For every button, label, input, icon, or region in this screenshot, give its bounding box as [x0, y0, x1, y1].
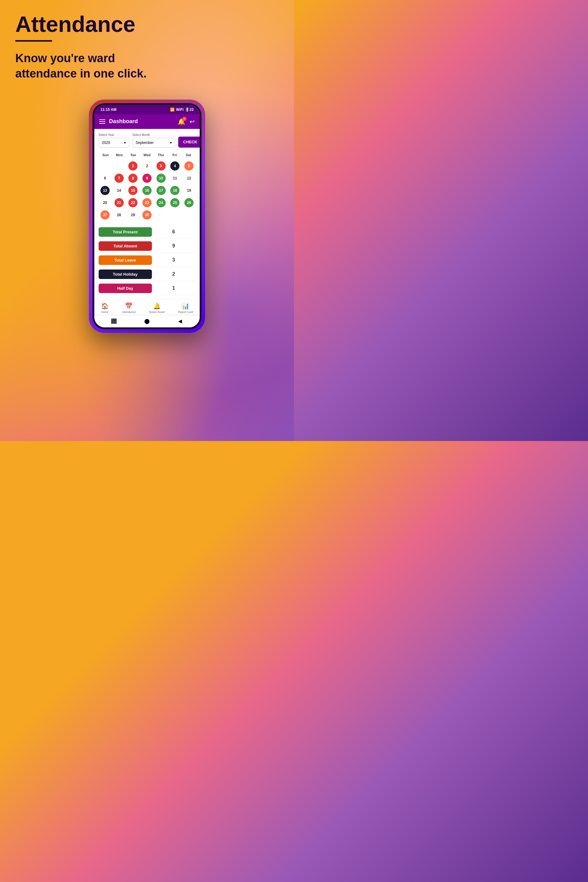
nav-report-card[interactable]: 📊 Report Card [178, 302, 193, 314]
status-bar: 11:15 AM 📶 WiFi 🔋23 [94, 105, 200, 114]
calendar-cell[interactable]: 18 [169, 185, 182, 196]
calendar-cell[interactable]: 6 [99, 173, 111, 184]
calendar-cell[interactable]: 20 [99, 197, 111, 208]
calendar-cell[interactable]: 10 [154, 173, 168, 184]
day-sat: Sat [182, 152, 195, 158]
calendar-cell[interactable]: 26 [183, 197, 195, 208]
calendar-cell[interactable]: 12 [183, 173, 195, 184]
notification-bell[interactable]: 🔔 0 [178, 118, 185, 125]
calendar-cell[interactable]: 21 [113, 197, 126, 208]
calendar-day-25: 25 [170, 198, 180, 207]
stat-row: Half Day1 [99, 282, 195, 295]
calendar-cell[interactable] [154, 210, 168, 220]
calendar-day-30: 30 [142, 210, 152, 220]
notification-badge: 0 [182, 117, 186, 121]
calendar-day-4: 4 [170, 161, 180, 171]
calendar-cell[interactable]: 1 [126, 160, 140, 171]
calendar-day-2: 2 [142, 161, 152, 171]
calendar-day-8: 8 [128, 174, 138, 183]
phone-outer: 11:15 AM 📶 WiFi 🔋23 Da [89, 99, 205, 333]
day-fri: Fri [168, 152, 182, 158]
calendar-cell[interactable]: 5 [183, 160, 195, 171]
calendar-cell[interactable]: 2 [141, 160, 153, 171]
day-wed: Wed [140, 152, 154, 158]
calendar-day-9: 9 [142, 174, 152, 183]
calendar-day-21: 21 [114, 198, 124, 207]
attendance-icon: 📅 [125, 302, 133, 310]
hamburger-menu[interactable] [99, 119, 105, 124]
calendar-cell[interactable] [99, 160, 111, 171]
stat-label: Half Day [99, 284, 152, 293]
calendar-cell[interactable]: 22 [126, 197, 140, 208]
android-nav: ⬛ ⬤ ◀ [94, 315, 200, 327]
page-content: Attendance Know you're wardattendance in… [0, 0, 294, 333]
calendar-cell[interactable]: 16 [141, 185, 153, 196]
report-card-icon: 📊 [182, 302, 189, 310]
calendar-cell[interactable]: 8 [126, 173, 140, 184]
page-title: Attendance [15, 12, 279, 36]
calendar-cell[interactable]: 14 [113, 185, 126, 196]
page-subtitle: Know you're wardattendance in one click. [15, 51, 279, 81]
calendar-day-16: 16 [142, 186, 152, 195]
bottom-nav: 🏠 Home 📅 Attendance 🔔 Notice Board [94, 300, 200, 315]
calendar-day-12: 12 [184, 174, 194, 183]
month-label: Select Month [132, 133, 175, 136]
calendar-cell[interactable] [183, 210, 195, 220]
stat-label: Total Holiday [99, 270, 152, 279]
check-button[interactable]: CHECK [178, 136, 200, 148]
calendar-grid: 1234567891011121314151617181920212223242… [99, 160, 195, 220]
nav-home[interactable]: 🏠 Home [101, 302, 109, 314]
signal-icon: 📶 [170, 108, 175, 112]
calendar-day-5: 5 [184, 161, 194, 171]
calendar-day-22: 22 [128, 198, 138, 207]
stat-row: Total Leave3 [99, 254, 195, 267]
calendar-cell[interactable]: 15 [126, 185, 140, 196]
calendar-day-14: 14 [114, 186, 124, 195]
calendar-cell[interactable]: 9 [141, 173, 153, 184]
calendar-cell[interactable]: 27 [99, 210, 111, 220]
calendar-cell[interactable]: 4 [169, 160, 182, 171]
month-value: September [136, 141, 154, 145]
android-back[interactable]: ◀ [177, 318, 183, 324]
calendar-cell[interactable]: 13 [99, 185, 111, 196]
year-dropdown[interactable]: 2020 ▾ [99, 138, 129, 148]
calendar-day-13: 13 [100, 186, 110, 195]
logout-icon[interactable]: ↩ [190, 118, 195, 125]
stat-label: Total Present [99, 227, 152, 237]
year-label: Select Year [99, 133, 129, 136]
stat-row: Total Absent9 [99, 240, 195, 253]
calendar-cell[interactable]: 29 [126, 210, 140, 220]
stat-row: Total Holiday2 [99, 268, 195, 281]
calendar-cell[interactable]: 7 [113, 173, 126, 184]
day-thu: Thu [154, 152, 168, 158]
calendar-cell[interactable]: 28 [113, 210, 126, 220]
calendar-cell[interactable] [169, 210, 182, 220]
year-selector-group: Select Year 2020 ▾ [99, 133, 129, 148]
calendar-day-7: 7 [114, 174, 124, 183]
android-circle[interactable]: ⬤ [144, 318, 150, 324]
calendar-day-29: 29 [128, 210, 138, 220]
calendar-day-19: 19 [184, 186, 194, 195]
calendar-cell[interactable]: 24 [154, 197, 168, 208]
nav-notice-board[interactable]: 🔔 Notice Board [149, 302, 165, 314]
header-right: 🔔 0 ↩ [178, 118, 195, 125]
calendar-cell[interactable]: 30 [141, 210, 153, 220]
calendar-cell[interactable]: 19 [183, 185, 195, 196]
android-home-icon: ⬛ [111, 318, 117, 324]
header-title: Dashboard [109, 118, 138, 124]
calendar: Sun Mon Tue Wed Thu Fri Sat 123456789101… [99, 152, 195, 220]
calendar-cell[interactable]: 11 [169, 173, 182, 184]
stats-section: Total Present6Total Absent9Total Leave3T… [99, 225, 195, 295]
calendar-cell[interactable]: 23 [141, 197, 153, 208]
stat-label: Total Leave [99, 255, 152, 265]
title-underline [15, 40, 52, 42]
calendar-cell[interactable]: 25 [169, 197, 182, 208]
calendar-cell[interactable]: 17 [154, 185, 168, 196]
month-dropdown[interactable]: September ▾ [132, 138, 175, 148]
android-home[interactable]: ⬛ [111, 318, 117, 324]
stat-value: 9 [152, 243, 195, 249]
nav-attendance[interactable]: 📅 Attendance [122, 302, 136, 314]
stat-label: Total Absent [99, 242, 152, 251]
calendar-cell[interactable]: 3 [154, 160, 168, 171]
calendar-cell[interactable] [113, 160, 126, 171]
